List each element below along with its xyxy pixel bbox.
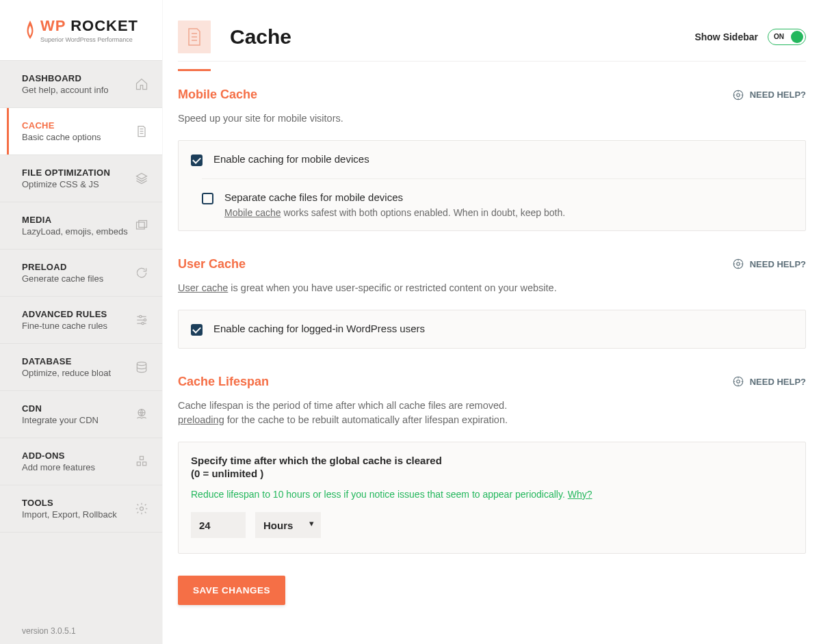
lifespan-title: Specify time after which the global cach… [191,455,793,466]
section-title: User Cache [178,257,246,271]
lifespan-hint: Reduce lifespan to 10 hours or less if y… [191,489,793,500]
page-title: Cache [230,25,291,49]
user-cache-box: Enable caching for logged-in WordPress u… [178,310,806,349]
section-title: Mobile Cache [178,88,257,102]
help-icon [732,89,744,101]
separate-mobile-cache-checkbox[interactable] [202,193,213,204]
save-changes-button[interactable]: SAVE CHANGES [178,576,285,605]
section-user-cache: User Cache NEED HELP? User cache is grea… [178,257,806,349]
lifespan-box: Specify time after which the global cach… [178,442,806,554]
help-icon [732,258,744,270]
logo: WP ROCKET Superior WordPress Performance [0,0,162,60]
checkbox-help: Mobile cache works safest with both opti… [224,207,565,218]
sidebar-item-addons[interactable]: ADD-ONSAdd more features [0,438,162,485]
section-desc: Cache lifespan is the period of time aft… [178,399,806,429]
svg-rect-7 [140,457,144,460]
mobile-cache-link[interactable]: Mobile cache [224,207,281,218]
lifespan-subtitle: (0 = unlimited ) [191,468,793,479]
svg-point-4 [142,322,144,324]
svg-point-16 [736,380,740,384]
boxes-icon [135,455,148,468]
section-mobile-cache: Mobile Cache NEED HELP? Speed up your si… [178,88,806,231]
why-link[interactable]: Why? [568,489,592,500]
document-icon [135,124,148,138]
svg-point-14 [736,263,740,266]
enable-user-cache-checkbox[interactable] [191,324,203,336]
checkbox-label: Separate cache files for mobile devices [224,191,565,203]
need-help-link[interactable]: NEED HELP? [732,375,806,388]
rocket-icon [24,21,36,40]
need-help-link[interactable]: NEED HELP? [732,258,806,270]
layers-icon [135,172,148,185]
lifespan-value-input[interactable] [191,512,246,538]
main-content: Cache Show Sidebar ON Mobile Cache NEED … [163,0,821,644]
page-header: Cache Show Sidebar ON [178,0,806,62]
help-icon [732,375,744,388]
section-desc: User cache is great when you have user-s… [178,281,806,296]
sidebar-item-dashboard[interactable]: DASHBOARDGet help, account info [0,60,162,108]
svg-point-10 [140,507,144,511]
show-sidebar-label: Show Sidebar [694,31,758,42]
sidebar-item-file-optimization[interactable]: FILE OPTIMIZATIONOptimize CSS & JS [0,155,162,202]
enable-mobile-cache-checkbox[interactable] [191,155,203,166]
svg-rect-0 [137,222,145,229]
database-icon [135,360,148,374]
preloading-link[interactable]: preloading [178,414,224,425]
section-cache-lifespan: Cache Lifespan NEED HELP? Cache lifespan… [178,375,806,554]
user-cache-link[interactable]: User cache [178,282,228,293]
gear-icon [135,502,148,515]
checkbox-label: Enable caching for mobile devices [213,153,369,165]
sidebar-nav: DASHBOARDGet help, account info CACHEBas… [0,60,162,618]
sidebar-item-cache[interactable]: CACHEBasic cache options [0,108,162,155]
show-sidebar-toggle[interactable]: ON [768,29,806,45]
svg-rect-9 [143,462,146,466]
globe-hand-icon [135,407,148,421]
svg-rect-8 [137,462,140,466]
sidebar-item-cdn[interactable]: CDNIntegrate your CDN [0,391,162,438]
svg-point-5 [137,362,146,366]
sidebar-item-media[interactable]: MEDIALazyLoad, emojis, embeds [0,202,162,250]
checkbox-label: Enable caching for logged-in WordPress u… [213,323,425,334]
refresh-icon [135,266,148,280]
sidebar-item-preload[interactable]: PRELOADGenerate cache files [0,250,162,297]
svg-point-3 [144,319,146,321]
need-help-link[interactable]: NEED HELP? [732,89,806,101]
mobile-cache-box: Enable caching for mobile devices Separa… [178,140,806,231]
home-icon [135,77,148,91]
version-label: version 3.0.5.1 [0,618,162,644]
sidebar-item-advanced-rules[interactable]: ADVANCED RULESFine-tune cache rules [0,297,162,344]
photos-icon [135,219,148,232]
section-desc: Speed up your site for mobile visitors. [178,111,806,126]
sidebar: WP ROCKET Superior WordPress Performance… [0,0,163,644]
page-icon [178,21,211,53]
svg-point-12 [736,93,740,96]
svg-rect-1 [139,221,147,228]
sliders-icon [135,313,148,327]
svg-point-2 [140,315,142,317]
sidebar-item-tools[interactable]: TOOLSImport, Export, Rollback [0,485,162,533]
sidebar-item-database[interactable]: DATABASEOptimize, reduce bloat [0,344,162,391]
section-title: Cache Lifespan [178,375,269,389]
lifespan-unit-select[interactable]: Hours [255,512,321,538]
logo-tagline: Superior WordPress Performance [40,36,138,43]
